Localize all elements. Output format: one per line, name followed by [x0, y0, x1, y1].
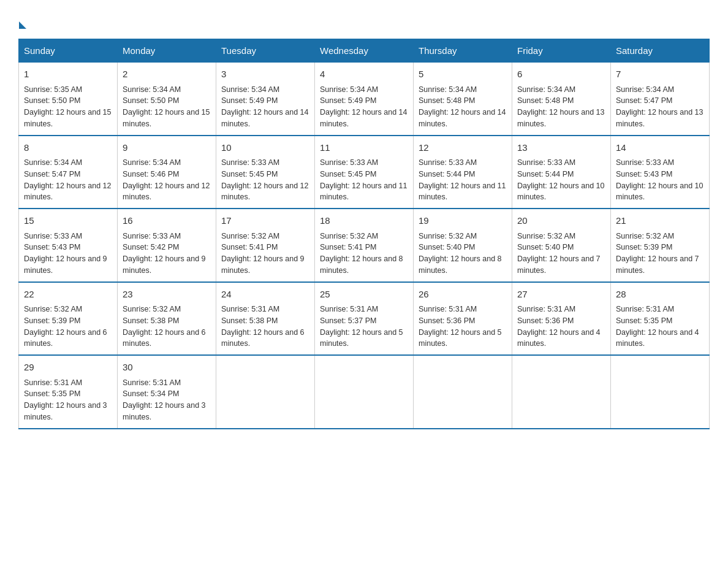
day-number: 30 — [123, 361, 211, 375]
sunset: Sunset: 5:45 PM — [320, 170, 376, 178]
day-number: 23 — [123, 288, 211, 302]
week-row-5: 29Sunrise: 5:31 AMSunset: 5:35 PMDayligh… — [19, 355, 710, 429]
sunset: Sunset: 5:40 PM — [517, 243, 574, 251]
daylight: Daylight: 12 hours and 9 minutes. — [123, 255, 206, 275]
day-number: 21 — [616, 214, 704, 228]
sunrise: Sunrise: 5:33 AM — [123, 232, 181, 240]
calendar-cell: 14Sunrise: 5:33 AMSunset: 5:43 PMDayligh… — [611, 136, 710, 209]
sunset: Sunset: 5:47 PM — [24, 170, 80, 178]
sunrise: Sunrise: 5:31 AM — [24, 378, 82, 387]
day-header-thursday: Thursday — [414, 39, 512, 63]
calendar-cell: 19Sunrise: 5:32 AMSunset: 5:40 PMDayligh… — [414, 209, 512, 282]
day-number: 14 — [616, 141, 704, 155]
day-number: 17 — [221, 214, 309, 228]
sunrise: Sunrise: 5:32 AM — [419, 232, 477, 240]
daylight: Daylight: 12 hours and 8 minutes. — [419, 255, 502, 275]
week-row-4: 22Sunrise: 5:32 AMSunset: 5:39 PMDayligh… — [19, 282, 710, 356]
day-header-saturday: Saturday — [611, 39, 710, 63]
day-number: 11 — [320, 141, 408, 155]
calendar-cell — [611, 355, 710, 429]
day-number: 24 — [221, 288, 309, 302]
day-number: 6 — [517, 67, 605, 82]
day-number: 5 — [419, 67, 507, 82]
daylight: Daylight: 12 hours and 9 minutes. — [221, 255, 305, 275]
sunset: Sunset: 5:36 PM — [517, 316, 574, 325]
sunrise: Sunrise: 5:32 AM — [221, 232, 279, 240]
sunset: Sunset: 5:48 PM — [517, 96, 574, 105]
sunrise: Sunrise: 5:31 AM — [419, 305, 477, 313]
sunset: Sunset: 5:50 PM — [24, 96, 80, 105]
daylight: Daylight: 12 hours and 15 minutes. — [123, 108, 210, 128]
calendar-body: 1Sunrise: 5:35 AMSunset: 5:50 PMDaylight… — [19, 63, 710, 429]
day-number: 4 — [320, 67, 408, 82]
sunrise: Sunrise: 5:34 AM — [24, 158, 82, 167]
sunset: Sunset: 5:46 PM — [123, 170, 179, 178]
sunset: Sunset: 5:34 PM — [123, 389, 179, 398]
day-number: 16 — [123, 214, 211, 228]
day-number: 22 — [24, 288, 112, 302]
calendar-cell: 12Sunrise: 5:33 AMSunset: 5:44 PMDayligh… — [414, 136, 512, 209]
daylight: Daylight: 12 hours and 7 minutes. — [517, 255, 601, 275]
calendar-cell — [315, 355, 414, 429]
day-number: 29 — [24, 361, 112, 375]
calendar-cell: 18Sunrise: 5:32 AMSunset: 5:41 PMDayligh… — [315, 209, 414, 282]
sunset: Sunset: 5:39 PM — [24, 316, 80, 325]
daylight: Daylight: 12 hours and 9 minutes. — [24, 255, 107, 275]
sunrise: Sunrise: 5:33 AM — [24, 232, 82, 240]
sunrise: Sunrise: 5:34 AM — [320, 85, 378, 94]
day-number: 13 — [517, 141, 605, 155]
calendar-cell: 27Sunrise: 5:31 AMSunset: 5:36 PMDayligh… — [512, 282, 611, 356]
sunrise: Sunrise: 5:32 AM — [517, 232, 575, 240]
calendar-cell: 22Sunrise: 5:32 AMSunset: 5:39 PMDayligh… — [19, 282, 118, 356]
sunrise: Sunrise: 5:31 AM — [221, 305, 279, 313]
daylight: Daylight: 12 hours and 6 minutes. — [24, 328, 107, 348]
sunset: Sunset: 5:35 PM — [616, 316, 672, 325]
sunset: Sunset: 5:44 PM — [517, 170, 574, 178]
calendar-cell: 17Sunrise: 5:32 AMSunset: 5:41 PMDayligh… — [216, 209, 315, 282]
sunrise: Sunrise: 5:32 AM — [123, 305, 181, 313]
sunrise: Sunrise: 5:34 AM — [517, 85, 575, 94]
day-number: 27 — [517, 288, 605, 302]
calendar-cell — [512, 355, 611, 429]
sunset: Sunset: 5:36 PM — [419, 316, 475, 325]
sunrise: Sunrise: 5:33 AM — [616, 158, 674, 167]
daylight: Daylight: 12 hours and 7 minutes. — [616, 255, 699, 275]
daylight: Daylight: 12 hours and 6 minutes. — [123, 328, 206, 348]
calendar-header: SundayMondayTuesdayWednesdayThursdayFrid… — [19, 39, 710, 63]
day-header-sunday: Sunday — [19, 39, 118, 63]
calendar-cell: 30Sunrise: 5:31 AMSunset: 5:34 PMDayligh… — [118, 355, 216, 429]
daylight: Daylight: 12 hours and 12 minutes. — [221, 182, 308, 202]
daylight: Daylight: 12 hours and 12 minutes. — [24, 182, 111, 202]
day-number: 9 — [123, 141, 211, 155]
day-number: 20 — [517, 214, 605, 228]
day-header-tuesday: Tuesday — [216, 39, 315, 63]
sunset: Sunset: 5:44 PM — [419, 170, 475, 178]
sunset: Sunset: 5:38 PM — [123, 316, 179, 325]
daylight: Daylight: 12 hours and 12 minutes. — [123, 182, 210, 202]
day-number: 2 — [123, 67, 211, 82]
calendar-cell: 5Sunrise: 5:34 AMSunset: 5:48 PMDaylight… — [414, 63, 512, 136]
sunset: Sunset: 5:43 PM — [24, 243, 80, 251]
sunset: Sunset: 5:45 PM — [221, 170, 278, 178]
calendar-table: SundayMondayTuesdayWednesdayThursdayFrid… — [18, 39, 710, 429]
day-number: 19 — [419, 214, 507, 228]
sunrise: Sunrise: 5:34 AM — [123, 158, 181, 167]
calendar-cell: 13Sunrise: 5:33 AMSunset: 5:44 PMDayligh… — [512, 136, 611, 209]
day-number: 25 — [320, 288, 408, 302]
sunrise: Sunrise: 5:33 AM — [221, 158, 279, 167]
sunrise: Sunrise: 5:34 AM — [616, 85, 674, 94]
sunset: Sunset: 5:41 PM — [320, 243, 376, 251]
calendar-cell: 10Sunrise: 5:33 AMSunset: 5:45 PMDayligh… — [216, 136, 315, 209]
sunrise: Sunrise: 5:35 AM — [24, 85, 82, 94]
sunset: Sunset: 5:35 PM — [24, 389, 80, 398]
daylight: Daylight: 12 hours and 13 minutes. — [616, 108, 703, 128]
calendar-cell: 29Sunrise: 5:31 AMSunset: 5:35 PMDayligh… — [19, 355, 118, 429]
day-number: 28 — [616, 288, 704, 302]
daylight: Daylight: 12 hours and 3 minutes. — [24, 401, 107, 421]
week-row-1: 1Sunrise: 5:35 AMSunset: 5:50 PMDaylight… — [19, 63, 710, 136]
sunrise: Sunrise: 5:33 AM — [419, 158, 477, 167]
daylight: Daylight: 12 hours and 3 minutes. — [123, 401, 206, 421]
sunrise: Sunrise: 5:34 AM — [221, 85, 279, 94]
daylight: Daylight: 12 hours and 14 minutes. — [320, 108, 407, 128]
logo — [18, 18, 27, 29]
